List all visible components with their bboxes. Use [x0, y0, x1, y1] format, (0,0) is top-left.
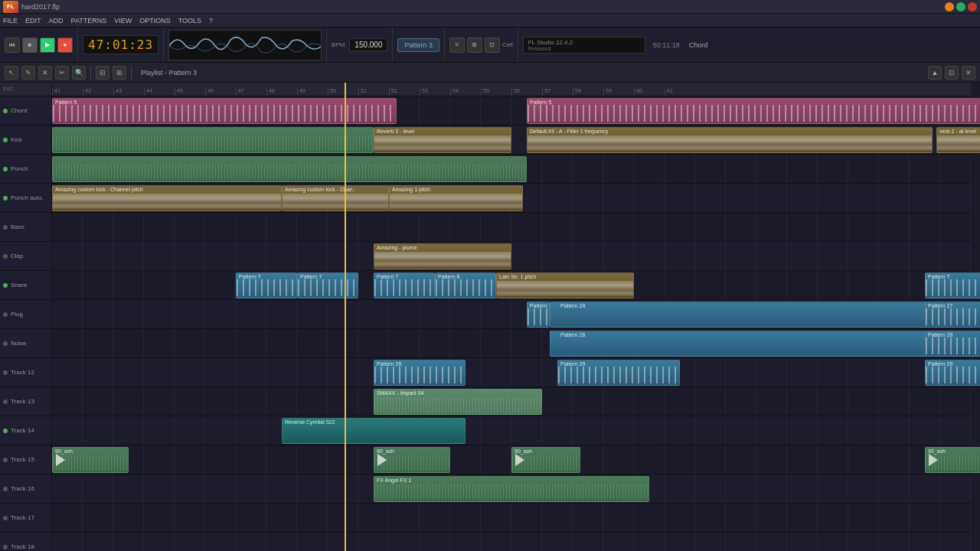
clip-2-[interactable]	[52, 127, 374, 153]
track-dot-16	[3, 545, 8, 549]
track-row-2[interactable]: Reverb 2 - levelDefault #3 - A - Filter …	[52, 126, 971, 155]
clip-13-90_ash[interactable]: 90_ash	[52, 447, 129, 473]
record-btn[interactable]: ●	[57, 37, 73, 53]
clip-3-[interactable]	[52, 156, 527, 182]
track-label-5[interactable]: Bass	[0, 213, 51, 242]
clip-label: Pattern 5	[53, 99, 396, 106]
maximize-btn[interactable]	[956, 2, 965, 11]
menu-add[interactable]: ADD	[49, 17, 64, 24]
clip-1-Pattern-5[interactable]: Pattern 5	[52, 98, 397, 124]
track-label-3[interactable]: Punch	[0, 155, 51, 184]
track-row-10[interactable]: Pattern 26Pattern 29Pattern 29	[52, 358, 971, 387]
track-label-2[interactable]: Kick	[0, 126, 51, 155]
play-btn[interactable]: ▶	[40, 37, 55, 53]
track-label-15[interactable]: Track 17	[0, 504, 51, 533]
clip-8-Pattern-27[interactable]: Pattern 27	[925, 302, 980, 328]
track-row-7[interactable]: Pattern 7Pattern 7Pattern 7Pattern 8Lain…	[52, 271, 971, 300]
clip-7-Lain-Sn.-1-pitch[interactable]: Lain Sn. 1 pitch	[496, 272, 634, 298]
select-tool[interactable]: ↖	[5, 66, 18, 80]
pattern-btn[interactable]: Pattern 3	[397, 38, 439, 52]
stop-btn[interactable]: ■	[22, 37, 38, 53]
clip-7-Pattern-7[interactable]: Pattern 7	[925, 272, 980, 298]
track-row-1[interactable]: Pattern 5Pattern 5	[52, 96, 971, 126]
track-label-9[interactable]: Noise	[0, 329, 51, 358]
clip-10-Pattern-29[interactable]: Pattern 29	[557, 360, 680, 386]
clip-4-Amazing-custom-kick---Chan..[interactable]: Amazing custom kick - Chan..	[282, 185, 389, 211]
track-label-6[interactable]: Clap	[0, 242, 51, 271]
clip-9-Pattern-28[interactable]: Pattern 28	[925, 331, 980, 357]
clip-14-FX-Angel-FX-1[interactable]: FX Angel FX 1	[374, 476, 649, 502]
clip-6-Amazing---plume[interactable]: Amazing - plume	[374, 243, 511, 269]
clip-7-Pattern-7[interactable]: Pattern 7	[374, 272, 435, 298]
clip-pattern-lines	[926, 279, 980, 296]
clip-2-Reverb-2---level[interactable]: Reverb 2 - level	[374, 127, 511, 153]
track-row-15[interactable]	[52, 504, 971, 533]
track-row-5[interactable]	[52, 213, 971, 242]
track-label-4[interactable]: Punch auto.	[0, 184, 51, 213]
track-label-12[interactable]: Track 14	[0, 416, 51, 445]
menu-help[interactable]: ?	[209, 17, 213, 24]
erase-tool[interactable]: ✕	[38, 66, 52, 80]
minimize-btn[interactable]	[945, 2, 954, 11]
grid-btn[interactable]: ⊞	[467, 37, 482, 53]
menu-file[interactable]: FILE	[3, 17, 18, 24]
track-row-11[interactable]: SMAXX - Impact 04	[52, 387, 971, 416]
track-row-14[interactable]: FX Angel FX 1	[52, 474, 971, 504]
cut-tool[interactable]: ✂	[55, 66, 69, 80]
tempo-input[interactable]	[349, 38, 387, 51]
track-label-10[interactable]: Track 12	[0, 358, 51, 387]
menu-patterns[interactable]: PATTERNS	[71, 17, 107, 24]
draw-tool[interactable]: ✎	[21, 66, 35, 80]
menu-options[interactable]: OPTIONS	[139, 17, 171, 24]
track-row-9[interactable]: Pattern 28Pattern 28	[52, 329, 971, 358]
waveform-section	[168, 28, 327, 62]
track-label-13[interactable]: Track 15	[0, 445, 51, 474]
clip-11-SMAXX---Impact-04[interactable]: SMAXX - Impact 04	[374, 389, 542, 415]
menu-edit[interactable]: EDIT	[25, 17, 41, 24]
track-label-8[interactable]: Plug	[0, 300, 51, 329]
track-row-13[interactable]: 90_ash90_ash90_ash90_ash	[52, 445, 971, 474]
track-label-11[interactable]: Track 13	[0, 387, 51, 416]
track-label-7[interactable]: Snare	[0, 271, 51, 300]
clip-10-Pattern-26[interactable]: Pattern 26	[374, 360, 466, 386]
prev-btn[interactable]: ⏮	[5, 37, 20, 53]
track-label-16[interactable]: Track 18	[0, 533, 51, 551]
clip-7-Pattern-7[interactable]: Pattern 7	[297, 272, 358, 298]
collapse-btn[interactable]: ▲	[928, 66, 942, 80]
track-label-1[interactable]: Chord	[0, 96, 51, 126]
clip-4-Amazing-1-pitch[interactable]: Amazing 1 pitch	[389, 185, 523, 211]
clip-7-Pattern-8[interactable]: Pattern 8	[435, 272, 496, 298]
clip-13-90_ash[interactable]: 90_ash	[511, 447, 580, 473]
track-label-14[interactable]: Track 16	[0, 474, 51, 504]
clip-12-Reverse-Cymbal-022[interactable]: Reverse Cymbal 022	[282, 418, 466, 444]
clip-2-Default-#3---A---Filter-1-frequency[interactable]: Default #3 - A - Filter 1 frequency	[527, 127, 933, 153]
clip-label: Pattern 28	[558, 331, 648, 338]
clip-1-Pattern-5[interactable]: Pattern 5	[527, 98, 980, 124]
detach-btn[interactable]: ⊡	[945, 66, 959, 80]
track-row-12[interactable]: Reverse Cymbal 022	[52, 416, 971, 445]
sep1	[90, 66, 91, 80]
clip-13-90_ash[interactable]: 90_ash	[374, 447, 450, 473]
clip-13-90_ash[interactable]: 90_ash	[925, 447, 980, 473]
track-row-3[interactable]	[52, 155, 971, 184]
track-row-4[interactable]: Amazing custom kick - Channel pitchAmazi…	[52, 184, 971, 213]
clip-7-Pattern-7[interactable]: Pattern 7	[236, 272, 297, 298]
menu-view[interactable]: VIEW	[114, 17, 132, 24]
clip-2-verb-2---at-level[interactable]: verb 2 - at level	[936, 127, 980, 153]
track-row-6[interactable]: Amazing - plume	[52, 242, 971, 271]
zoom-btn[interactable]: ⊡	[485, 37, 500, 53]
clip-4-Amazing-custom-kick---Channel-pitch[interactable]: Amazing custom kick - Channel pitch	[52, 185, 282, 211]
clip-label: Pattern 29	[558, 360, 679, 367]
snap-btn[interactable]: ≡	[449, 37, 465, 53]
clip-8-Pattern-27[interactable]: Pattern 27	[527, 302, 550, 328]
close-playlist-btn[interactable]: ✕	[962, 66, 975, 80]
track-row-16[interactable]	[52, 533, 971, 551]
close-btn[interactable]	[968, 2, 977, 11]
zoom-tool[interactable]: 🔍	[72, 66, 86, 80]
snap-toggle[interactable]: ⊟	[96, 66, 109, 80]
track-content[interactable]: 4142434445464748495051525354555657585960…	[52, 83, 980, 551]
track-row-8[interactable]: Pattern 28Pattern 27Pattern 27	[52, 300, 971, 329]
menu-tools[interactable]: TOOLS	[178, 17, 201, 24]
magnet-btn[interactable]: ⊞	[113, 66, 126, 80]
clip-10-Pattern-29[interactable]: Pattern 29	[925, 360, 980, 386]
